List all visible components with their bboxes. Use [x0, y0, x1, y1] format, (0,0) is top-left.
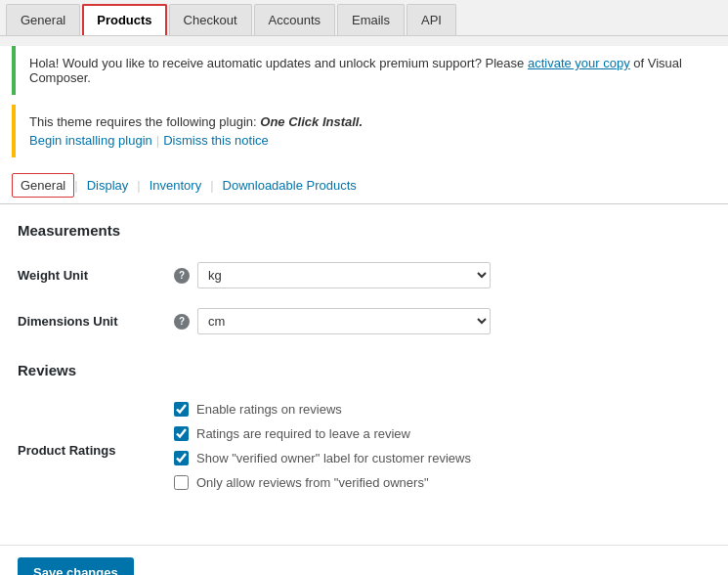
settings-area: Measurements Weight Unit ? kg g lbs oz: [0, 204, 728, 545]
weight-unit-label: Weight Unit: [18, 268, 88, 283]
checkbox-required-ratings: Ratings are required to leave a review: [174, 426, 710, 441]
enable-ratings-checkbox[interactable]: [174, 402, 189, 417]
notice-green: Hola! Would you like to receive automati…: [12, 46, 716, 95]
checkbox-enable-ratings: Enable ratings on reviews: [174, 402, 710, 417]
footer-bar: Save changes: [0, 545, 728, 575]
tab-api[interactable]: API: [407, 4, 456, 35]
sub-nav-inventory[interactable]: Inventory: [141, 173, 210, 198]
tab-products[interactable]: Products: [82, 4, 166, 35]
content-area: Hola! Would you like to receive automati…: [0, 46, 728, 575]
reviews-section: Reviews Product Ratings Enable ratings o…: [18, 362, 710, 508]
tab-emails[interactable]: Emails: [337, 4, 405, 35]
measurements-table: Weight Unit ? kg g lbs oz: [18, 252, 710, 344]
tabs-bar: General Products Checkout Accounts Email…: [0, 0, 728, 36]
dimensions-unit-select[interactable]: cm m mm in yd: [197, 308, 491, 334]
enable-ratings-label: Enable ratings on reviews: [196, 402, 342, 417]
dimensions-unit-label: Dimensions Unit: [18, 314, 118, 329]
tab-accounts[interactable]: Accounts: [254, 4, 335, 35]
product-ratings-row: Product Ratings Enable ratings on review…: [18, 392, 710, 508]
required-ratings-label: Ratings are required to leave a review: [196, 426, 410, 441]
weight-unit-field: ? kg g lbs oz: [174, 262, 710, 288]
notice-yellow-text-before: This theme requires the following plugin…: [29, 114, 260, 129]
product-ratings-label: Product Ratings: [18, 443, 115, 458]
save-changes-button[interactable]: Save changes: [18, 557, 134, 575]
notice-separator: |: [156, 133, 159, 148]
tab-general[interactable]: General: [6, 4, 80, 35]
notice-plugin-name: One Click Install.: [260, 114, 363, 129]
only-verified-label: Only allow reviews from "verified owners…: [196, 475, 429, 490]
weight-unit-row: Weight Unit ? kg g lbs oz: [18, 252, 710, 298]
required-ratings-checkbox[interactable]: [174, 426, 189, 441]
reviews-table: Product Ratings Enable ratings on review…: [18, 392, 710, 508]
product-ratings-cell: Enable ratings on reviews Ratings are re…: [174, 402, 710, 498]
verified-owner-label-checkbox[interactable]: [174, 451, 189, 465]
sub-nav-general[interactable]: General: [12, 173, 74, 198]
weight-unit-select[interactable]: kg g lbs oz: [197, 262, 491, 288]
measurements-title: Measurements: [18, 222, 710, 239]
sub-nav-display[interactable]: Display: [78, 173, 138, 198]
checkbox-only-verified: Only allow reviews from "verified owners…: [174, 475, 710, 490]
weight-unit-help-icon[interactable]: ?: [174, 268, 190, 284]
verified-owner-label-text: Show "verified owner" label for customer…: [196, 451, 471, 465]
notice-yellow: This theme requires the following plugin…: [12, 105, 716, 157]
dimensions-unit-row: Dimensions Unit ? cm m mm in yd: [18, 298, 710, 344]
checkbox-verified-owner-label: Show "verified owner" label for customer…: [174, 451, 710, 465]
dimensions-unit-help-icon[interactable]: ?: [174, 314, 190, 330]
sub-nav-downloadable[interactable]: Downloadable Products: [214, 173, 365, 198]
begin-installing-link[interactable]: Begin installing plugin: [29, 133, 152, 148]
dismiss-notice-link[interactable]: Dismiss this notice: [163, 133, 269, 148]
notice-green-text-before: Hola! Would you like to receive automati…: [29, 56, 528, 70]
reviews-title: Reviews: [18, 362, 710, 378]
only-verified-checkbox[interactable]: [174, 475, 189, 490]
tab-checkout[interactable]: Checkout: [169, 4, 252, 35]
dimensions-unit-field: ? cm m mm in yd: [174, 308, 710, 334]
activate-copy-link[interactable]: activate your copy: [528, 56, 630, 70]
sub-nav: General | Display | Inventory | Download…: [0, 167, 728, 204]
